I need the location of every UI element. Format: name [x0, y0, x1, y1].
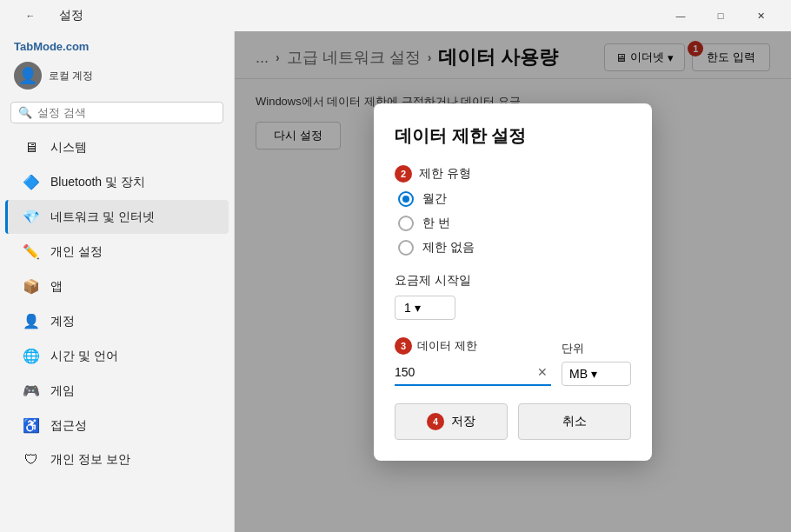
unit-col-label: 단위 — [562, 341, 631, 356]
data-limit-col-label: 3 데이터 제한 — [395, 337, 551, 355]
dialog: 데이터 제한 설정 2 제한 유형 월간 한 번 — [374, 103, 652, 461]
data-limit-input[interactable] — [395, 365, 534, 379]
cancel-button[interactable]: 취소 — [518, 403, 631, 440]
sidebar-item-label: 시간 및 언어 — [50, 349, 118, 364]
radio-group: 월간 한 번 제한 없음 — [395, 191, 631, 256]
step-badge-4: 4 — [427, 413, 444, 430]
sidebar-item-privacy[interactable]: 🛡 개인 정보 보안 — [5, 443, 229, 476]
data-limit-col: 3 데이터 제한 ✕ — [395, 337, 551, 386]
radio-none[interactable]: 제한 없음 — [398, 240, 631, 256]
search-box[interactable]: 🔍 — [10, 102, 223, 123]
save-label: 저장 — [451, 414, 475, 429]
data-limit-row: 3 데이터 제한 ✕ 단위 MB ▾ — [395, 337, 631, 386]
sidebar-item-accessibility[interactable]: ♿ 접근성 — [5, 409, 229, 442]
tabmode-logo: TabMode.com — [14, 40, 89, 53]
save-button[interactable]: 4 저장 — [395, 403, 508, 440]
avatar: 👤 — [14, 62, 42, 90]
sidebar-item-label: 시스템 — [50, 140, 87, 156]
limit-type-label: 제한 유형 — [419, 166, 471, 182]
sidebar-account: 👤 로컬 계정 — [0, 58, 234, 98]
titlebar-left: ← 설정 — [10, 0, 83, 31]
sidebar-item-label: Bluetooth 및 장치 — [50, 175, 145, 190]
start-date-select[interactable]: 1 ▾ — [395, 296, 455, 320]
bluetooth-icon: 🔷 — [23, 174, 40, 190]
dialog-overlay: 데이터 제한 설정 2 제한 유형 월간 한 번 — [235, 31, 791, 532]
personalize-icon: ✏️ — [23, 243, 40, 260]
sidebar-item-gaming[interactable]: 🎮 게임 — [5, 374, 229, 408]
sidebar-item-label: 계정 — [50, 314, 75, 329]
sidebar-item-label: 개인 정보 보안 — [50, 452, 130, 468]
radio-none-circle — [398, 240, 414, 256]
limit-type-label-row: 2 제한 유형 — [395, 165, 631, 183]
sidebar-item-personalize[interactable]: ✏️ 개인 설정 — [5, 235, 229, 269]
sidebar-item-accounts[interactable]: 👤 계정 — [5, 304, 229, 338]
network-icon: 💎 — [23, 209, 40, 225]
sidebar-item-apps[interactable]: 📦 앱 — [5, 269, 229, 303]
sidebar-item-label: 앱 — [50, 279, 63, 295]
account-name: 로컬 계정 — [49, 69, 93, 83]
radio-monthly[interactable]: 월간 — [398, 191, 631, 207]
sidebar-item-bluetooth[interactable]: 🔷 Bluetooth 및 장치 — [5, 165, 229, 199]
start-date-value: 1 — [404, 301, 411, 315]
app-body: TabMode.com 👤 로컬 계정 🔍 🖥 시스템 🔷 Bluetooth … — [0, 31, 791, 532]
data-unit-col: 단위 MB ▾ — [562, 341, 631, 386]
step-badge-3: 3 — [395, 337, 412, 355]
maximize-button[interactable]: □ — [701, 0, 741, 31]
search-input[interactable] — [37, 106, 216, 119]
close-button[interactable]: ✕ — [741, 0, 781, 31]
time-icon: 🌐 — [23, 348, 40, 364]
sidebar: TabMode.com 👤 로컬 계정 🔍 🖥 시스템 🔷 Bluetooth … — [0, 31, 235, 532]
sidebar-item-time[interactable]: 🌐 시간 및 언어 — [5, 339, 229, 373]
back-button[interactable]: ← — [10, 0, 50, 31]
start-date-chevron: ▾ — [415, 301, 421, 315]
step-badge-2: 2 — [395, 165, 412, 183]
content-area: ... › 고급 네트워크 설정 › 데이터 사용량 🖥 이더넷 ▾ 1 한도 … — [235, 31, 791, 532]
dialog-title: 데이터 제한 설정 — [395, 124, 631, 148]
sidebar-brand: TabMode.com — [0, 31, 234, 58]
sidebar-item-system[interactable]: 🖥 시스템 — [5, 131, 229, 164]
radio-monthly-circle — [398, 191, 414, 207]
radio-once-label: 한 번 — [422, 216, 450, 231]
radio-monthly-label: 월간 — [422, 191, 447, 207]
accessibility-icon: ♿ — [23, 417, 40, 434]
privacy-icon: 🛡 — [23, 452, 40, 468]
sidebar-item-label: 네트워크 및 인터넷 — [50, 209, 155, 225]
clear-button[interactable]: ✕ — [534, 363, 551, 381]
titlebar: ← 설정 — □ ✕ — [0, 0, 791, 31]
data-limit-label: 데이터 제한 — [417, 338, 477, 354]
window-title: 설정 — [59, 8, 83, 23]
radio-once-circle — [398, 216, 414, 231]
radio-once[interactable]: 한 번 — [398, 216, 631, 231]
minimize-button[interactable]: — — [661, 0, 701, 31]
dialog-actions: 4 저장 취소 — [395, 403, 631, 440]
radio-none-label: 제한 없음 — [422, 240, 475, 256]
sidebar-item-network[interactable]: 💎 네트워크 및 인터넷 — [5, 200, 229, 234]
accounts-icon: 👤 — [23, 313, 40, 329]
titlebar-controls: — □ ✕ — [661, 0, 781, 31]
sidebar-item-label: 접근성 — [50, 418, 87, 434]
data-input-wrap: ✕ — [395, 360, 551, 386]
nav-list: 🖥 시스템 🔷 Bluetooth 및 장치 💎 네트워크 및 인터넷 ✏️ 개… — [0, 130, 234, 532]
start-date-label: 요금제 시작일 — [395, 273, 631, 289]
apps-icon: 📦 — [23, 278, 40, 295]
gaming-icon: 🎮 — [23, 382, 40, 399]
unit-chevron: ▾ — [591, 367, 597, 381]
unit-value: MB — [569, 367, 588, 381]
sidebar-item-label: 개인 설정 — [50, 244, 103, 260]
search-icon: 🔍 — [18, 106, 32, 119]
system-icon: 🖥 — [23, 140, 40, 156]
sidebar-item-label: 게임 — [50, 383, 75, 399]
unit-select[interactable]: MB ▾ — [562, 362, 631, 386]
